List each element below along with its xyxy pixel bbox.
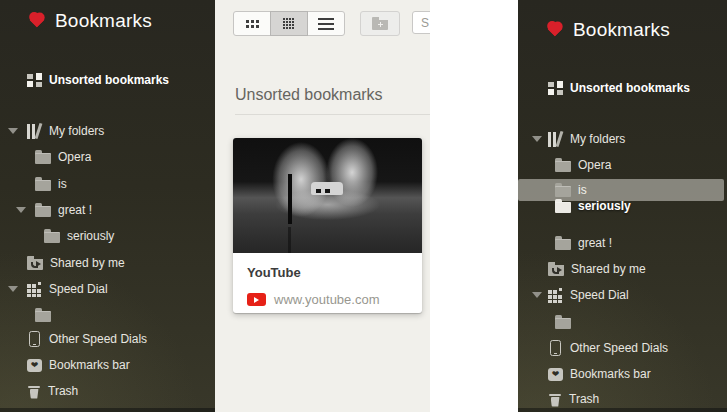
sidebar-item-shared-by-me[interactable]: Shared by me [518, 256, 724, 282]
bookmarks-content-panel: Unsorted bookmarks YouTube www.youtube.c… [215, 0, 430, 412]
sidebar-item-trash[interactable]: Trash [0, 378, 212, 404]
sidebar-item-bookmarks-bar[interactable]: Bookmarks bar [518, 361, 724, 387]
chevron-down-icon[interactable] [8, 128, 18, 134]
library-icon [27, 124, 42, 139]
trash-icon [27, 384, 41, 399]
sidebar-item-opera[interactable]: Opera [0, 144, 212, 170]
heart-badge-icon [27, 359, 42, 372]
sidebar-item-unnamed-folder[interactable] [518, 309, 724, 335]
page-title: Bookmarks [55, 10, 152, 32]
add-folder-icon [372, 17, 388, 30]
heart-icon [545, 22, 564, 38]
bookmark-site-row: www.youtube.com [247, 292, 408, 307]
sidebar-item-my-folders[interactable]: My folders [0, 118, 212, 144]
speed-dial-grid-icon [548, 288, 563, 303]
left-sidebar: Bookmarks Unsorted bookmarks My folders … [0, 0, 215, 412]
bookmark-thumbnail [233, 138, 422, 253]
masonry-icon [27, 73, 42, 87]
bookmarks-header: Bookmarks [545, 17, 670, 43]
heart-badge-icon [548, 368, 563, 381]
bookmark-card-youtube[interactable]: YouTube www.youtube.com [233, 138, 422, 313]
chevron-down-icon[interactable] [532, 136, 542, 142]
masonry-icon [548, 81, 563, 95]
sidebar-item-my-folders[interactable]: My folders [518, 126, 724, 152]
folder-icon [555, 199, 571, 213]
speed-dial-grid-icon [27, 282, 42, 297]
sidebar-item-trash[interactable]: Trash [518, 386, 724, 412]
sidebar-item-seriously[interactable]: seriously [0, 223, 212, 249]
phone-icon [550, 340, 561, 356]
heading-divider [235, 114, 430, 115]
sidebar-item-speed-dial[interactable]: Speed Dial [0, 276, 212, 302]
sidebar-item-opera[interactable]: Opera [518, 152, 724, 178]
section-heading: Unsorted bookmarks [235, 86, 383, 104]
sidebar-item-other-speed-dials[interactable]: Other Speed Dials [518, 335, 724, 361]
folder-icon [555, 315, 571, 329]
folder-icon [44, 229, 60, 243]
sidebar-item-speed-dial[interactable]: Speed Dial [518, 282, 724, 308]
trash-icon [548, 392, 562, 407]
chevron-down-icon[interactable] [8, 286, 18, 292]
sidebar-item-bookmarks-bar[interactable]: Bookmarks bar [0, 352, 212, 378]
folder-icon [35, 177, 51, 191]
small-grid-view-button[interactable] [270, 11, 308, 36]
grid-large-icon [246, 20, 259, 28]
youtube-play-icon [247, 293, 266, 306]
sidebar-item-shared-by-me[interactable]: Shared by me [0, 250, 212, 276]
bookmark-url: www.youtube.com [274, 292, 380, 307]
chevron-down-icon[interactable] [532, 292, 542, 298]
grid-small-icon [283, 18, 295, 30]
sidebar-item-is[interactable]: is [0, 171, 212, 197]
bookmark-title: YouTube [247, 265, 408, 280]
sidebar-item-great[interactable]: great ! [0, 197, 212, 223]
folder-icon [555, 158, 571, 172]
page-title: Bookmarks [573, 19, 670, 41]
folder-icon [35, 203, 51, 217]
sidebar-item-unnamed-folder[interactable] [0, 302, 212, 328]
add-folder-button[interactable] [360, 11, 400, 36]
phone-icon [29, 331, 40, 347]
shared-folder-icon [548, 262, 564, 276]
shared-folder-icon [27, 256, 43, 270]
large-grid-view-button[interactable] [233, 11, 271, 36]
folder-icon [35, 308, 51, 322]
sidebar-item-unsorted-bookmarks[interactable]: Unsorted bookmarks [0, 67, 212, 93]
list-view-icon [318, 18, 334, 30]
library-icon [548, 132, 563, 147]
list-view-button[interactable] [307, 11, 345, 36]
dragged-item-seriously[interactable]: seriously [555, 194, 631, 218]
folder-icon [555, 236, 571, 250]
thumbnail-car-detail [311, 182, 343, 195]
folder-icon [35, 150, 51, 164]
search-input[interactable] [412, 11, 430, 34]
bookmarks-header: Bookmarks [27, 8, 152, 34]
white-gap [430, 0, 518, 412]
bookmark-card-info: YouTube www.youtube.com [233, 253, 422, 317]
sidebar-item-other-speed-dials[interactable]: Other Speed Dials [0, 326, 212, 352]
sidebar-item-great[interactable]: great ! [518, 230, 724, 256]
chevron-down-icon[interactable] [16, 207, 26, 213]
thumbnail-pole-detail [288, 174, 292, 224]
heart-icon [27, 13, 46, 29]
bookmarks-manager-screen: Bookmarks Unsorted bookmarks My folders … [0, 0, 727, 412]
sidebar-item-unsorted-bookmarks[interactable]: Unsorted bookmarks [518, 75, 724, 101]
right-sidebar: Bookmarks Unsorted bookmarks My folders … [518, 0, 727, 412]
view-toggle-group [233, 11, 345, 36]
